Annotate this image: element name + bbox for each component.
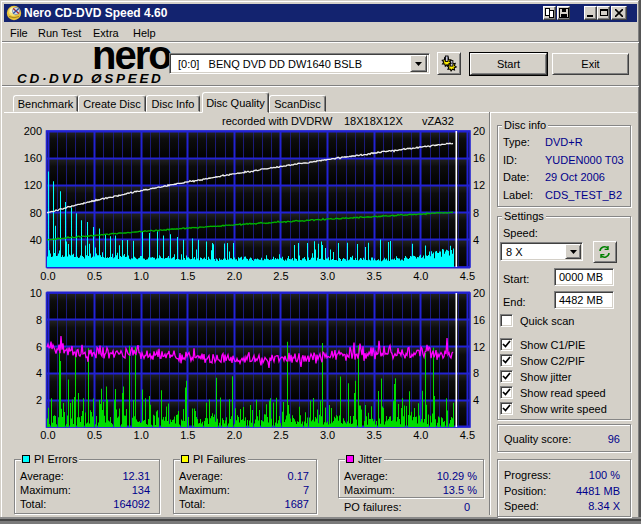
svg-text:4.5: 4.5 bbox=[460, 429, 475, 441]
svg-text:2.0: 2.0 bbox=[227, 270, 242, 282]
svg-text:1.5: 1.5 bbox=[180, 429, 195, 441]
svg-text:1.5: 1.5 bbox=[180, 270, 195, 282]
svg-text:2: 2 bbox=[36, 394, 42, 406]
svg-text:4: 4 bbox=[473, 394, 479, 406]
svg-text:20: 20 bbox=[473, 125, 485, 137]
svg-text:12: 12 bbox=[473, 341, 485, 353]
svg-text:200: 200 bbox=[24, 125, 42, 137]
svg-text:40: 40 bbox=[30, 234, 42, 246]
svg-text:0.5: 0.5 bbox=[87, 270, 102, 282]
svg-text:16: 16 bbox=[473, 152, 485, 164]
svg-text:16: 16 bbox=[473, 314, 485, 326]
svg-text:3.5: 3.5 bbox=[367, 429, 382, 441]
svg-text:8: 8 bbox=[36, 314, 42, 326]
svg-text:10: 10 bbox=[30, 287, 42, 299]
svg-text:80: 80 bbox=[30, 207, 42, 219]
svg-text:160: 160 bbox=[24, 152, 42, 164]
svg-text:3.5: 3.5 bbox=[367, 270, 382, 282]
svg-text:1.0: 1.0 bbox=[134, 270, 149, 282]
svg-text:0.0: 0.0 bbox=[40, 270, 55, 282]
svg-text:0.5: 0.5 bbox=[87, 429, 102, 441]
svg-text:4: 4 bbox=[36, 367, 42, 379]
svg-text:4.5: 4.5 bbox=[460, 270, 475, 282]
svg-text:3.0: 3.0 bbox=[320, 270, 335, 282]
svg-text:8: 8 bbox=[473, 207, 479, 219]
svg-text:3.0: 3.0 bbox=[320, 429, 335, 441]
svg-text:4.0: 4.0 bbox=[413, 270, 428, 282]
svg-text:2.5: 2.5 bbox=[273, 429, 288, 441]
svg-text:20: 20 bbox=[473, 287, 485, 299]
svg-text:0.0: 0.0 bbox=[40, 429, 55, 441]
svg-text:12: 12 bbox=[473, 179, 485, 191]
svg-text:4: 4 bbox=[473, 234, 479, 246]
svg-text:8: 8 bbox=[473, 367, 479, 379]
svg-text:2.5: 2.5 bbox=[273, 270, 288, 282]
svg-text:2.0: 2.0 bbox=[227, 429, 242, 441]
svg-text:1.0: 1.0 bbox=[134, 429, 149, 441]
svg-text:120: 120 bbox=[24, 179, 42, 191]
svg-text:4.0: 4.0 bbox=[413, 429, 428, 441]
svg-text:6: 6 bbox=[36, 341, 42, 353]
